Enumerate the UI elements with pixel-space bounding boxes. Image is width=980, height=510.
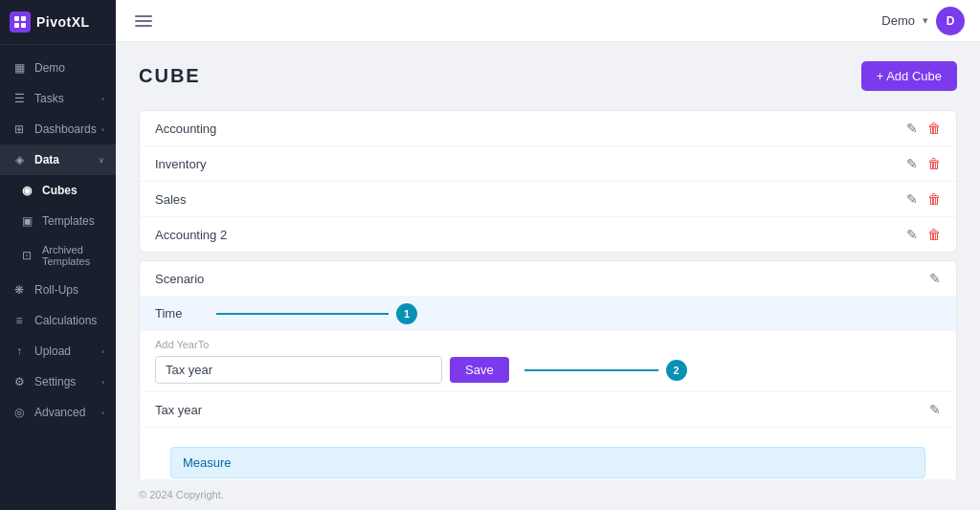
edit-scenario-icon[interactable]: ✎ [929,271,941,286]
sidebar: PivotXL ▦ Demo ☰ Tasks › ⊞ Dashboards › … [0,0,116,510]
tax-year-actions: ✎ [929,402,941,417]
annotation-1-line [216,313,389,315]
scenario-actions: ✎ [929,271,941,286]
edit-accounting-icon[interactable]: ✎ [906,121,918,136]
cube-list: Accounting ✎ 🗑 Inventory ✎ 🗑 Sales ✎ 🗑 [139,110,957,253]
svg-rect-2 [14,23,19,28]
topbar-right: Demo ▾ D [881,7,965,35]
sidebar-item-settings[interactable]: ⚙ Settings › [0,366,116,397]
measure-container: Measure [140,428,956,479]
add-year-to-label: Add YearTo [155,339,209,350]
edit-sales-icon[interactable]: ✎ [906,191,918,207]
settings-icon: ⚙ [11,374,27,389]
sidebar-item-upload[interactable]: ↑ Upload › [0,336,116,366]
template-icon: ▣ [19,213,34,229]
topbar-username: Demo [881,13,915,28]
add-cube-button[interactable]: + Add Cube [861,61,957,91]
tasks-chevron: › [101,95,104,103]
avatar[interactable]: D [936,7,965,35]
settings-chevron: › [101,378,104,387]
copyright-text: © 2024 Copyright. [139,489,224,500]
tax-year-label: Tax year [155,403,202,417]
cube-row-sales: Sales ✎ 🗑 [140,182,956,217]
edit-inventory-icon[interactable]: ✎ [906,156,918,171]
topbar-dropdown-arrow[interactable]: ▾ [923,14,928,27]
dashboards-chevron: › [101,125,104,134]
cube-actions-sales: ✎ 🗑 [906,191,941,207]
sidebar-item-dashboards[interactable]: ⊞ Dashboards › [0,114,116,144]
cube-name-accounting: Accounting [155,122,216,136]
tax-year-row: Tax year ✎ [140,392,956,428]
content: CUBE + Add Cube Accounting ✎ 🗑 Inventory… [116,42,980,479]
annotation-2-line [524,369,658,371]
grid-icon: ▦ [11,60,27,76]
logo[interactable]: PivotXL [0,0,116,45]
save-year-to-button[interactable]: Save [450,357,509,383]
sidebar-item-archived-templates[interactable]: ⊡ Archived Templates [0,236,116,275]
svg-rect-0 [14,16,19,21]
measure-label: Measure [183,455,232,470]
cube-actions-inventory: ✎ 🗑 [906,156,941,171]
annotation-2-circle: 2 [666,360,687,381]
tasks-icon: ☰ [11,91,27,106]
hamburger-line-3 [135,25,152,27]
svg-rect-3 [21,23,26,28]
sidebar-item-calculations[interactable]: ≡ Calculations [0,305,116,336]
topbar: Demo ▾ D [116,0,980,42]
annotation-1: 1 [216,303,417,324]
delete-inventory-icon[interactable]: 🗑 [927,156,941,171]
sidebar-item-data[interactable]: ◈ Data ∨ [0,144,116,175]
edit-accounting2-icon[interactable]: ✎ [906,227,918,242]
delete-accounting2-icon[interactable]: 🗑 [927,227,941,242]
time-label: Time [155,306,182,321]
sidebar-item-templates[interactable]: ▣ Templates [0,206,116,236]
rollups-icon: ❋ [11,282,27,298]
data-icon: ◈ [11,152,27,167]
edit-tax-year-icon[interactable]: ✎ [929,402,941,417]
scenario-label: Scenario [155,272,204,286]
delete-sales-icon[interactable]: 🗑 [927,191,941,207]
logo-text: PivotXL [36,14,90,30]
cube-row-accounting2: Accounting 2 ✎ 🗑 [140,217,956,252]
measure-row: Measure [170,447,925,478]
page-header: CUBE + Add Cube [139,61,957,91]
sidebar-item-demo[interactable]: ▦ Demo [0,53,116,83]
sidebar-item-roll-ups[interactable]: ❋ Roll-Ups [0,275,116,305]
cube-row-accounting: Accounting ✎ 🗑 [140,111,956,146]
archive-icon: ⊡ [19,248,34,263]
advanced-chevron: › [101,409,104,417]
expanded-cube-section: Scenario ✎ Time 1 Add YearTo Save [139,260,957,479]
sidebar-item-cubes[interactable]: ◉ Cubes [0,175,116,206]
logo-icon [10,11,31,33]
hamburger-line-1 [135,15,152,17]
annotation-1-circle: 1 [396,303,417,324]
annotation-2: 2 [524,360,687,381]
footer: © 2024 Copyright. [116,479,980,510]
add-year-to-field-row: Save 2 [155,356,941,384]
add-year-to-row: Add YearTo Save 2 [140,331,956,392]
upload-icon: ↑ [11,344,27,359]
svg-rect-1 [21,16,26,21]
advanced-icon: ◎ [11,405,27,420]
data-chevron: ∨ [99,156,104,165]
hamburger-button[interactable] [131,11,156,31]
dashboard-icon: ⊞ [11,122,27,137]
sidebar-item-tasks[interactable]: ☰ Tasks › [0,83,116,114]
sidebar-nav: ▦ Demo ☰ Tasks › ⊞ Dashboards › ◈ Data ∨… [0,45,116,510]
cube-icon: ◉ [19,183,34,198]
scenario-row: Scenario ✎ [140,261,956,297]
time-row: Time 1 [140,297,956,331]
page-title: CUBE [139,65,201,87]
cube-row-inventory: Inventory ✎ 🗑 [140,146,956,182]
upload-chevron: › [101,347,104,356]
delete-accounting-icon[interactable]: 🗑 [927,121,941,136]
cube-actions-accounting2: ✎ 🗑 [906,227,941,242]
main-area: Demo ▾ D CUBE + Add Cube Accounting ✎ 🗑 … [116,0,980,510]
cube-actions-accounting: ✎ 🗑 [906,121,941,136]
add-year-to-input[interactable] [155,356,442,384]
calc-icon: ≡ [11,313,27,328]
cube-name-sales: Sales [155,192,187,207]
topbar-left [131,11,156,31]
sidebar-item-advanced[interactable]: ◎ Advanced › [0,397,116,428]
cube-name-inventory: Inventory [155,157,206,171]
